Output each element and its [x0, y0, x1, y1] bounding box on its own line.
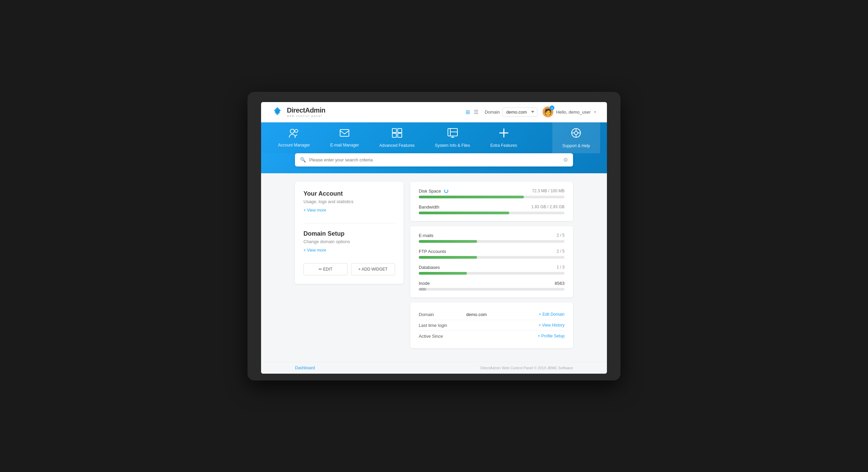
avatar-wrap: 🧑 1: [542, 106, 553, 117]
disk-space-progress-fill: [419, 196, 524, 198]
domain-setup-section: Domain Setup Change domain options + Vie…: [303, 230, 395, 253]
inode-progress-fill: [419, 288, 426, 291]
footer-copyright: DirectAdmin Web Control Panel © 2019 JBM…: [480, 366, 573, 370]
svg-rect-8: [398, 133, 402, 137]
blue-navigation: Account Manager E-mail Manager: [261, 122, 607, 153]
view-history-link[interactable]: + View History: [538, 323, 565, 328]
bandwidth-progress-fill: [419, 212, 509, 214]
system-info-icon: [447, 128, 458, 140]
support-help-icon: [571, 127, 581, 141]
svg-point-15: [574, 131, 578, 135]
app-title: DirectAdmin: [287, 106, 325, 114]
your-account-link[interactable]: + View more: [303, 208, 326, 213]
svg-point-3: [295, 129, 298, 132]
search-settings-icon[interactable]: ⚙: [563, 157, 568, 163]
databases-label: Databases: [419, 265, 440, 270]
domain-select[interactable]: demo.com: [502, 107, 537, 117]
logo-area: DirectAdmin web control panel: [271, 106, 465, 118]
search-icon: 🔍: [300, 157, 306, 162]
your-account-desc: Usage, logs and statistics: [303, 199, 395, 204]
svg-rect-6: [398, 129, 402, 133]
nav-label-system-info: System Info & Files: [435, 143, 470, 148]
domain-info-val: demo.com: [466, 312, 539, 317]
nav-item-email-manager[interactable]: E-mail Manager: [320, 122, 369, 153]
panel-divider: [303, 223, 395, 223]
info-card: Domain demo.com + Edit Domain Last time …: [410, 302, 573, 348]
nav-right: ⊞ ☰ Domain demo.com 🧑 1 Hello, demo_user…: [465, 106, 597, 117]
list-view-button[interactable]: ☰: [473, 108, 479, 116]
nav-item-extra-features[interactable]: Extra Features: [480, 122, 527, 153]
view-toggle: ⊞ ☰: [465, 108, 479, 116]
grid-view-button[interactable]: ⊞: [465, 108, 471, 116]
emails-value: 2 / 5: [557, 233, 565, 238]
databases-stat: Databases 1 / 3: [419, 265, 565, 275]
left-panel: Your Account Usage, logs and statistics …: [295, 182, 403, 284]
inode-value: 8563: [555, 281, 565, 286]
emails-label: E-mails: [419, 233, 433, 238]
svg-rect-4: [340, 130, 349, 136]
right-panel: Disk Space 72.3 MB / 100 MB Bandwidth: [410, 182, 573, 348]
user-dropdown-arrow: ▼: [593, 110, 597, 114]
ftp-stat: FTP Accounts 2 / 5: [419, 249, 565, 259]
inode-label: Inode: [419, 281, 430, 286]
account-manager-icon: [289, 128, 299, 140]
disk-space-label: Disk Space: [419, 189, 448, 194]
edit-domain-link[interactable]: + Edit Domain: [539, 312, 565, 317]
email-manager-icon: [339, 128, 350, 140]
hello-text: Hello, demo_user: [556, 110, 591, 115]
advanced-features-icon: [392, 128, 402, 140]
refresh-icon: [444, 189, 448, 193]
domain-setup-desc: Change domain options: [303, 239, 395, 244]
svg-point-2: [290, 129, 294, 133]
ftp-progress-fill: [419, 256, 477, 259]
your-account-title: Your Account: [303, 190, 395, 197]
disk-space-progress-bg: [419, 196, 565, 198]
nav-label-support-help: Support & Help: [563, 143, 590, 148]
main-content: Your Account Usage, logs and statistics …: [261, 173, 607, 362]
databases-value: 1 / 3: [557, 265, 565, 270]
bandwidth-progress-bg: [419, 212, 565, 214]
domain-setup-link[interactable]: + View more: [303, 248, 326, 253]
svg-rect-7: [392, 133, 396, 137]
bandwidth-label: Bandwidth: [419, 204, 439, 210]
profile-setup-link[interactable]: + Profile Setup: [538, 334, 565, 338]
edit-button[interactable]: ✏ EDIT: [303, 263, 348, 275]
top-navigation: DirectAdmin web control panel ⊞ ☰ Domain…: [261, 102, 607, 122]
app-subtitle: web control panel: [287, 114, 325, 118]
domain-label: Domain: [485, 110, 500, 115]
nav-item-account-manager[interactable]: Account Manager: [268, 122, 320, 153]
nav-label-email-manager: E-mail Manager: [330, 143, 359, 148]
logo-icon: [271, 106, 283, 118]
inode-progress-bg: [419, 288, 565, 291]
panel-buttons: ✏ EDIT + ADD WIDGET: [303, 263, 395, 275]
nav-label-advanced-features: Advanced Features: [379, 143, 415, 148]
disk-space-stat: Disk Space 72.3 MB / 100 MB: [419, 189, 565, 198]
user-area[interactable]: 🧑 1 Hello, demo_user ▼: [542, 106, 597, 117]
logo-text: DirectAdmin web control panel: [287, 106, 325, 118]
active-since-row: Active Since + Profile Setup: [419, 331, 565, 341]
disk-space-value: 72.3 MB / 100 MB: [532, 189, 565, 193]
search-bar-wrap: 🔍 ⚙: [261, 153, 607, 173]
disk-bandwidth-card: Disk Space 72.3 MB / 100 MB Bandwidth: [410, 182, 573, 221]
svg-rect-5: [392, 129, 396, 133]
your-account-section: Your Account Usage, logs and statistics …: [303, 190, 395, 213]
nav-label-extra-features: Extra Features: [490, 143, 517, 148]
databases-progress-fill: [419, 272, 467, 275]
nav-label-account-manager: Account Manager: [278, 143, 310, 148]
nav-item-system-info[interactable]: System Info & Files: [425, 122, 480, 153]
add-widget-button[interactable]: + ADD WIDGET: [351, 263, 395, 275]
breadcrumb-link[interactable]: Dashboard: [295, 366, 315, 370]
domain-setup-title: Domain Setup: [303, 230, 395, 237]
emails-progress-bg: [419, 240, 565, 243]
bandwidth-value: 1.83 GB / 2.93 GB: [531, 204, 565, 209]
ftp-progress-bg: [419, 256, 565, 259]
search-input[interactable]: [309, 157, 563, 162]
inode-stat: Inode 8563: [419, 281, 565, 291]
nav-item-advanced-features[interactable]: Advanced Features: [369, 122, 425, 153]
domain-info-row: Domain demo.com + Edit Domain: [419, 309, 565, 320]
footer: Dashboard DirectAdmin Web Control Panel …: [261, 362, 607, 374]
nav-item-support-help[interactable]: Support & Help: [552, 122, 600, 153]
extra-features-icon: [499, 128, 509, 140]
avatar-badge: 1: [550, 105, 554, 110]
last-login-key: Last time login: [419, 323, 466, 328]
